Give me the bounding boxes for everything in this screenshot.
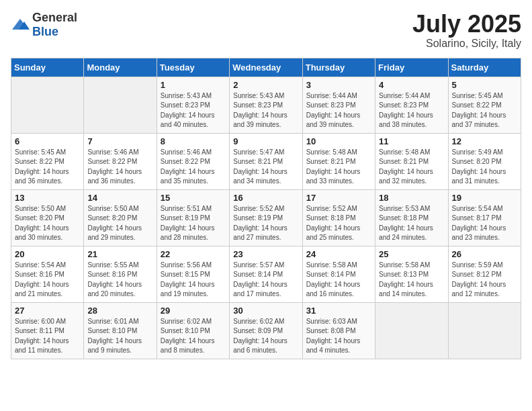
calendar-cell: 9Sunrise: 5:47 AMSunset: 8:21 PMDaylight… — [230, 133, 302, 189]
header-tuesday: Tuesday — [157, 58, 229, 77]
day-number: 17 — [306, 193, 371, 203]
day-info: Sunrise: 5:50 AMSunset: 8:20 PMDaylight:… — [15, 204, 80, 243]
day-info: Sunrise: 5:50 AMSunset: 8:20 PMDaylight:… — [87, 204, 152, 243]
calendar-cell: 28Sunrise: 6:01 AMSunset: 8:10 PMDayligh… — [84, 302, 157, 359]
calendar-cell: 23Sunrise: 5:57 AMSunset: 8:14 PMDayligh… — [230, 246, 302, 302]
calendar-cell: 4Sunrise: 5:44 AMSunset: 8:23 PMDaylight… — [375, 77, 448, 133]
day-number: 13 — [15, 193, 80, 203]
calendar-cell: 15Sunrise: 5:51 AMSunset: 8:19 PMDayligh… — [157, 189, 229, 246]
calendar-cell: 5Sunrise: 5:45 AMSunset: 8:22 PMDaylight… — [448, 77, 521, 133]
day-number: 26 — [452, 249, 517, 259]
calendar-header-row: SundayMondayTuesdayWednesdayThursdayFrid… — [11, 58, 521, 77]
calendar-cell: 30Sunrise: 6:02 AMSunset: 8:09 PMDayligh… — [230, 302, 302, 359]
header-sunday: Sunday — [11, 58, 84, 77]
day-info: Sunrise: 5:47 AMSunset: 8:21 PMDaylight:… — [233, 148, 298, 187]
week-row-4: 20Sunrise: 5:54 AMSunset: 8:16 PMDayligh… — [11, 246, 521, 302]
header-wednesday: Wednesday — [230, 58, 302, 77]
day-number: 7 — [87, 136, 152, 146]
calendar-cell — [84, 77, 157, 133]
day-info: Sunrise: 5:46 AMSunset: 8:22 PMDaylight:… — [87, 148, 152, 187]
day-info: Sunrise: 5:44 AMSunset: 8:23 PMDaylight:… — [306, 91, 371, 130]
week-row-1: 1Sunrise: 5:43 AMSunset: 8:23 PMDaylight… — [11, 77, 521, 133]
day-number: 27 — [15, 306, 80, 316]
calendar-cell: 21Sunrise: 5:55 AMSunset: 8:16 PMDayligh… — [84, 246, 157, 302]
day-number: 6 — [15, 136, 80, 146]
calendar-cell: 25Sunrise: 5:58 AMSunset: 8:13 PMDayligh… — [375, 246, 448, 302]
day-number: 12 — [452, 136, 517, 146]
day-number: 5 — [452, 80, 517, 90]
calendar-cell: 8Sunrise: 5:46 AMSunset: 8:22 PMDaylight… — [157, 133, 229, 189]
day-info: Sunrise: 5:52 AMSunset: 8:18 PMDaylight:… — [306, 204, 371, 243]
day-number: 31 — [306, 306, 371, 316]
calendar-cell: 1Sunrise: 5:43 AMSunset: 8:23 PMDaylight… — [157, 77, 229, 133]
calendar-cell: 3Sunrise: 5:44 AMSunset: 8:23 PMDaylight… — [302, 77, 375, 133]
day-info: Sunrise: 5:55 AMSunset: 8:16 PMDaylight:… — [87, 261, 152, 300]
day-info: Sunrise: 5:43 AMSunset: 8:23 PMDaylight:… — [233, 91, 298, 130]
day-info: Sunrise: 5:51 AMSunset: 8:19 PMDaylight:… — [161, 204, 226, 243]
calendar-cell: 29Sunrise: 6:02 AMSunset: 8:10 PMDayligh… — [157, 302, 229, 359]
logo-general: General — [32, 11, 77, 24]
day-info: Sunrise: 6:02 AMSunset: 8:09 PMDaylight:… — [233, 317, 298, 356]
day-number: 19 — [452, 193, 517, 203]
day-info: Sunrise: 5:58 AMSunset: 8:13 PMDaylight:… — [379, 261, 444, 300]
calendar-cell: 14Sunrise: 5:50 AMSunset: 8:20 PMDayligh… — [84, 189, 157, 246]
day-info: Sunrise: 5:48 AMSunset: 8:21 PMDaylight:… — [379, 148, 444, 187]
day-number: 18 — [379, 193, 444, 203]
day-info: Sunrise: 5:59 AMSunset: 8:12 PMDaylight:… — [452, 261, 517, 300]
day-info: Sunrise: 5:53 AMSunset: 8:18 PMDaylight:… — [379, 204, 444, 243]
header-monday: Monday — [84, 58, 157, 77]
calendar-table: SundayMondayTuesdayWednesdayThursdayFrid… — [11, 58, 521, 359]
calendar-cell: 7Sunrise: 5:46 AMSunset: 8:22 PMDaylight… — [84, 133, 157, 189]
calendar-cell — [448, 302, 521, 359]
day-number: 15 — [161, 193, 226, 203]
calendar-cell: 10Sunrise: 5:48 AMSunset: 8:21 PMDayligh… — [302, 133, 375, 189]
calendar-cell — [375, 302, 448, 359]
calendar-cell: 27Sunrise: 6:00 AMSunset: 8:11 PMDayligh… — [11, 302, 84, 359]
day-number: 9 — [233, 136, 298, 146]
week-row-5: 27Sunrise: 6:00 AMSunset: 8:11 PMDayligh… — [11, 302, 521, 359]
day-number: 21 — [87, 249, 152, 259]
day-info: Sunrise: 5:46 AMSunset: 8:22 PMDaylight:… — [161, 148, 226, 187]
day-info: Sunrise: 5:45 AMSunset: 8:22 PMDaylight:… — [452, 91, 517, 130]
day-number: 8 — [161, 136, 226, 146]
month-title: July 2025 — [412, 11, 521, 38]
day-number: 2 — [233, 80, 298, 90]
day-info: Sunrise: 6:02 AMSunset: 8:10 PMDaylight:… — [161, 317, 226, 356]
title-block: July 2025 Solarino, Sicily, Italy — [412, 11, 521, 50]
calendar-cell: 6Sunrise: 5:45 AMSunset: 8:22 PMDaylight… — [11, 133, 84, 189]
calendar-cell: 22Sunrise: 5:56 AMSunset: 8:15 PMDayligh… — [157, 246, 229, 302]
calendar-cell: 20Sunrise: 5:54 AMSunset: 8:16 PMDayligh… — [11, 246, 84, 302]
calendar-cell — [11, 77, 84, 133]
calendar-cell: 16Sunrise: 5:52 AMSunset: 8:19 PMDayligh… — [230, 189, 302, 246]
day-number: 25 — [379, 249, 444, 259]
day-info: Sunrise: 5:58 AMSunset: 8:14 PMDaylight:… — [306, 261, 371, 300]
calendar-cell: 26Sunrise: 5:59 AMSunset: 8:12 PMDayligh… — [448, 246, 521, 302]
day-number: 23 — [233, 249, 298, 259]
day-number: 4 — [379, 80, 444, 90]
day-info: Sunrise: 6:03 AMSunset: 8:08 PMDaylight:… — [306, 317, 371, 356]
day-info: Sunrise: 5:43 AMSunset: 8:23 PMDaylight:… — [161, 91, 226, 130]
logo-blue: Blue — [32, 25, 58, 38]
day-number: 28 — [87, 306, 152, 316]
calendar-cell: 13Sunrise: 5:50 AMSunset: 8:20 PMDayligh… — [11, 189, 84, 246]
location-title: Solarino, Sicily, Italy — [412, 38, 521, 50]
day-info: Sunrise: 5:49 AMSunset: 8:20 PMDaylight:… — [452, 148, 517, 187]
day-number: 20 — [15, 249, 80, 259]
calendar-cell: 11Sunrise: 5:48 AMSunset: 8:21 PMDayligh… — [375, 133, 448, 189]
day-number: 30 — [233, 306, 298, 316]
day-info: Sunrise: 5:54 AMSunset: 8:16 PMDaylight:… — [15, 261, 80, 300]
calendar-cell: 12Sunrise: 5:49 AMSunset: 8:20 PMDayligh… — [448, 133, 521, 189]
day-number: 29 — [161, 306, 226, 316]
calendar-body: 1Sunrise: 5:43 AMSunset: 8:23 PMDaylight… — [11, 77, 521, 359]
day-number: 11 — [379, 136, 444, 146]
calendar-cell: 17Sunrise: 5:52 AMSunset: 8:18 PMDayligh… — [302, 189, 375, 246]
logo-icon — [11, 17, 30, 32]
calendar-cell: 24Sunrise: 5:58 AMSunset: 8:14 PMDayligh… — [302, 246, 375, 302]
day-number: 10 — [306, 136, 371, 146]
day-info: Sunrise: 6:01 AMSunset: 8:10 PMDaylight:… — [87, 317, 152, 356]
day-number: 3 — [306, 80, 371, 90]
header-thursday: Thursday — [302, 58, 375, 77]
day-info: Sunrise: 5:56 AMSunset: 8:15 PMDaylight:… — [161, 261, 226, 300]
calendar-cell: 18Sunrise: 5:53 AMSunset: 8:18 PMDayligh… — [375, 189, 448, 246]
day-info: Sunrise: 5:48 AMSunset: 8:21 PMDaylight:… — [306, 148, 371, 187]
